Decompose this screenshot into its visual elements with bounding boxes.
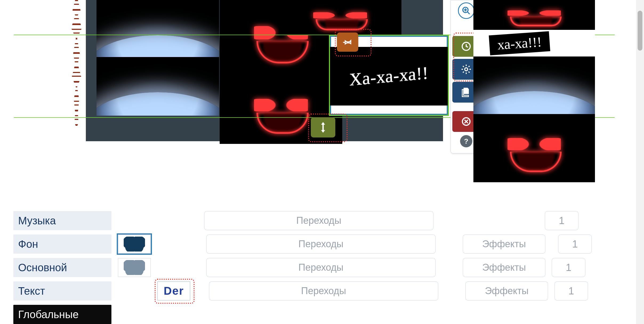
- transitions-button[interactable]: Переходы: [209, 281, 438, 301]
- audio-waveform-track[interactable]: [22, 0, 86, 144]
- clip-text: Ха-ха-ха!!: [349, 63, 429, 90]
- track-label[interactable]: Текст: [13, 281, 111, 301]
- copy-icon: [461, 87, 472, 98]
- track-label[interactable]: Основной: [13, 258, 111, 277]
- transitions-button[interactable]: Переходы: [206, 258, 436, 277]
- clip-evil-r1[interactable]: [473, 0, 595, 30]
- page-scrollbar[interactable]: [636, 0, 644, 324]
- effects-button[interactable]: Эффекты: [465, 281, 548, 301]
- zoom-in-button[interactable]: [458, 2, 474, 19]
- butterfly-icon: [124, 260, 145, 275]
- clip-overflow-text: ха-ха!!!: [489, 31, 550, 55]
- waveform-icon: [70, 0, 83, 128]
- right-clip-column: ха-ха!!!: [473, 0, 595, 182]
- gear-icon: [461, 64, 472, 75]
- track-row-main: Основной Переходы Эффекты 1: [13, 257, 594, 278]
- vertical-move-button[interactable]: [311, 117, 335, 137]
- track-count[interactable]: 1: [558, 234, 592, 254]
- track-count[interactable]: 1: [554, 281, 588, 301]
- track-thumb[interactable]: Der: [157, 281, 190, 301]
- track-row-text: Текст Der Переходы Эффекты 1: [13, 281, 594, 301]
- tracks-panel: Музыка Переходы 1 Фон Переходы Эффекты 1…: [13, 210, 594, 324]
- clip-evil-r2[interactable]: [473, 114, 595, 182]
- pin-button[interactable]: [337, 33, 358, 52]
- close-icon: [461, 116, 471, 127]
- track-row-background: Фон Переходы Эффекты 1: [13, 234, 594, 254]
- pin-icon: [343, 38, 352, 47]
- track-count[interactable]: 1: [552, 258, 585, 277]
- scrollbar-thumb[interactable]: [638, 11, 642, 51]
- track-count[interactable]: 1: [545, 211, 578, 230]
- effects-button[interactable]: Эффекты: [463, 258, 545, 277]
- svg-point-2: [465, 68, 468, 71]
- butterfly-icon: [124, 237, 145, 252]
- track-label[interactable]: Фон: [13, 234, 111, 254]
- track-row-global: Глобальные: [13, 304, 594, 324]
- track-thumb[interactable]: [118, 258, 151, 277]
- help-icon: ?: [464, 137, 468, 145]
- track-thumb[interactable]: [118, 234, 151, 254]
- clip-earth-1[interactable]: [96, 0, 219, 59]
- help-button[interactable]: ?: [460, 135, 472, 147]
- zoom-in-icon: [462, 6, 471, 15]
- track-row-music: Музыка Переходы 1: [13, 210, 594, 231]
- clip-evil-3[interactable]: [279, 0, 401, 35]
- clip-earth-2[interactable]: [96, 57, 219, 116]
- track-label[interactable]: Музыка: [13, 211, 111, 230]
- effects-button[interactable]: Эффекты: [463, 234, 545, 254]
- clip-earth-r[interactable]: [473, 56, 595, 114]
- clock-icon: [461, 41, 472, 52]
- text-preview: Der: [164, 285, 184, 297]
- vertical-arrows-icon: [319, 122, 327, 133]
- transitions-button[interactable]: Переходы: [204, 211, 433, 230]
- transitions-button[interactable]: Переходы: [206, 234, 436, 254]
- track-label[interactable]: Глобальные: [13, 305, 111, 324]
